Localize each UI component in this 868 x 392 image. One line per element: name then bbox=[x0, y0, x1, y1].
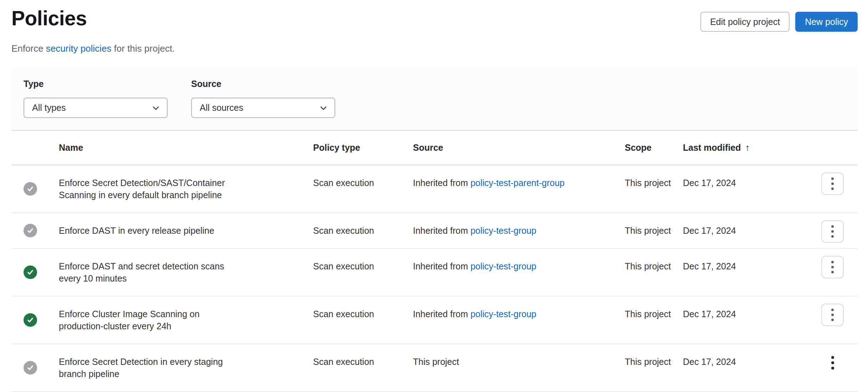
policy-last-modified-cell: Dec 17, 2024 bbox=[683, 296, 821, 344]
table-row[interactable]: Enforce Secret Detection/SAST/Container … bbox=[11, 165, 858, 213]
source-text: This project bbox=[413, 357, 459, 367]
source-group-link[interactable]: policy-test-group bbox=[470, 309, 536, 319]
page-title: Policies bbox=[11, 6, 87, 30]
policy-source-cell: Inherited from policy-test-group bbox=[413, 213, 625, 248]
ellipsis-vertical-icon[interactable] bbox=[821, 351, 844, 374]
chevron-down-icon bbox=[320, 104, 327, 112]
policy-last-modified-cell: Dec 17, 2024 bbox=[683, 249, 821, 296]
policy-scope-cell: This project bbox=[625, 213, 683, 248]
column-header-scope: Scope bbox=[625, 131, 683, 165]
table-row[interactable]: Enforce Cluster Image Scanning on produc… bbox=[11, 296, 858, 344]
policy-actions-cell bbox=[821, 296, 858, 344]
policy-actions-cell bbox=[821, 165, 858, 212]
type-filter-value: All types bbox=[32, 103, 66, 113]
filter-bar: Type All types Source All sources bbox=[11, 67, 858, 131]
policy-source-cell: Inherited from policy-test-group bbox=[413, 296, 625, 344]
filter-type: Type All types bbox=[24, 78, 168, 118]
table-row[interactable]: Enforce DAST in every release pipeline S… bbox=[11, 213, 858, 249]
policy-last-modified-cell: Dec 17, 2024 bbox=[683, 344, 821, 391]
policy-scope-cell: This project bbox=[625, 249, 683, 296]
chevron-down-icon bbox=[152, 104, 160, 112]
filter-source: Source All sources bbox=[191, 78, 335, 118]
policy-type-cell: Scan execution bbox=[313, 249, 413, 296]
policy-actions-cell bbox=[821, 344, 858, 391]
policy-last-modified-cell: Dec 17, 2024 bbox=[683, 213, 821, 248]
source-group-link[interactable]: policy-test-parent-group bbox=[470, 178, 565, 188]
header-actions: Edit policy project New policy bbox=[700, 12, 858, 32]
check-circle-icon bbox=[24, 182, 37, 196]
type-filter-select[interactable]: All types bbox=[24, 98, 168, 118]
check-circle-icon bbox=[24, 313, 37, 327]
policy-type-cell: Scan execution bbox=[313, 296, 413, 344]
source-text: Inherited from bbox=[413, 226, 470, 236]
subtitle-prefix: Enforce bbox=[11, 43, 46, 54]
page-header: Policies Edit policy project New policy bbox=[11, 6, 858, 32]
ellipsis-vertical-icon[interactable] bbox=[821, 172, 844, 195]
sort-ascending-arrow-icon: ↑ bbox=[745, 142, 750, 154]
source-group-link[interactable]: policy-test-group bbox=[470, 261, 536, 271]
policy-scope-cell: This project bbox=[625, 165, 683, 212]
policy-name: Enforce DAST in every release pipeline bbox=[59, 225, 214, 237]
policy-name: Enforce Cluster Image Scanning on produc… bbox=[59, 308, 242, 332]
policy-name-cell: Enforce Secret Detection in every stagin… bbox=[59, 344, 313, 391]
policy-scope-cell: This project bbox=[625, 344, 683, 391]
page-subtitle: Enforce security policies for this proje… bbox=[11, 43, 858, 55]
security-policies-link[interactable]: security policies bbox=[46, 43, 112, 54]
source-filter-label: Source bbox=[191, 78, 335, 90]
policy-source-cell: This project bbox=[413, 344, 625, 391]
policy-status-cell bbox=[11, 165, 59, 212]
policy-name-cell: Enforce Secret Detection/SAST/Container … bbox=[59, 165, 313, 212]
policy-type-cell: Scan execution bbox=[313, 213, 413, 248]
policy-name: Enforce DAST and secret detection scans … bbox=[59, 260, 242, 284]
policy-source-cell: Inherited from policy-test-group bbox=[413, 249, 625, 296]
new-policy-button[interactable]: New policy bbox=[795, 12, 858, 32]
source-text: Inherited from bbox=[413, 178, 470, 188]
check-circle-icon bbox=[24, 361, 37, 375]
policies-table-body: Enforce Secret Detection/SAST/Container … bbox=[11, 165, 858, 392]
check-circle-icon bbox=[24, 265, 37, 279]
policy-name-cell: Enforce DAST and secret detection scans … bbox=[59, 249, 313, 296]
source-text: Inherited from bbox=[413, 309, 470, 319]
table-row[interactable]: Enforce DAST and secret detection scans … bbox=[11, 249, 858, 296]
policy-name: Enforce Secret Detection/SAST/Container … bbox=[59, 177, 242, 201]
column-header-policy-type: Policy type bbox=[313, 131, 413, 165]
ellipsis-vertical-icon[interactable] bbox=[821, 256, 844, 278]
column-header-name: Name bbox=[59, 131, 313, 165]
source-text: Inherited from bbox=[413, 261, 470, 271]
policy-status-cell bbox=[11, 213, 59, 248]
policy-name-cell: Enforce DAST in every release pipeline bbox=[59, 213, 313, 248]
policies-page: Policies Edit policy project New policy … bbox=[0, 0, 868, 392]
column-header-last-modified[interactable]: Last modified ↑ bbox=[683, 131, 821, 165]
policy-type-cell: Scan execution bbox=[313, 165, 413, 212]
policy-name-cell: Enforce Cluster Image Scanning on produc… bbox=[59, 296, 313, 344]
policy-last-modified-cell: Dec 17, 2024 bbox=[683, 165, 821, 212]
policy-source-cell: Inherited from policy-test-parent-group bbox=[413, 165, 625, 212]
policy-status-cell bbox=[11, 344, 59, 391]
header-actions-spacer bbox=[821, 131, 858, 165]
policy-status-cell bbox=[11, 296, 59, 344]
policy-actions-cell bbox=[821, 213, 858, 248]
edit-policy-project-button[interactable]: Edit policy project bbox=[700, 12, 790, 32]
ellipsis-vertical-icon[interactable] bbox=[821, 304, 844, 326]
policy-type-cell: Scan execution bbox=[313, 344, 413, 391]
source-filter-value: All sources bbox=[200, 103, 243, 113]
source-filter-select[interactable]: All sources bbox=[191, 98, 335, 118]
header-spacer bbox=[11, 131, 59, 165]
policy-status-cell bbox=[11, 249, 59, 296]
check-circle-icon bbox=[24, 224, 37, 237]
table-row[interactable]: Enforce Secret Detection in every stagin… bbox=[11, 344, 858, 392]
policy-name: Enforce Secret Detection in every stagin… bbox=[59, 356, 242, 380]
policy-scope-cell: This project bbox=[625, 296, 683, 344]
subtitle-suffix: for this project. bbox=[111, 43, 175, 54]
policies-table-header: Name Policy type Source Scope Last modif… bbox=[11, 131, 858, 165]
policy-actions-cell bbox=[821, 249, 858, 296]
source-group-link[interactable]: policy-test-group bbox=[470, 226, 536, 236]
type-filter-label: Type bbox=[24, 78, 168, 90]
column-header-source: Source bbox=[413, 131, 625, 165]
ellipsis-vertical-icon[interactable] bbox=[821, 220, 844, 243]
